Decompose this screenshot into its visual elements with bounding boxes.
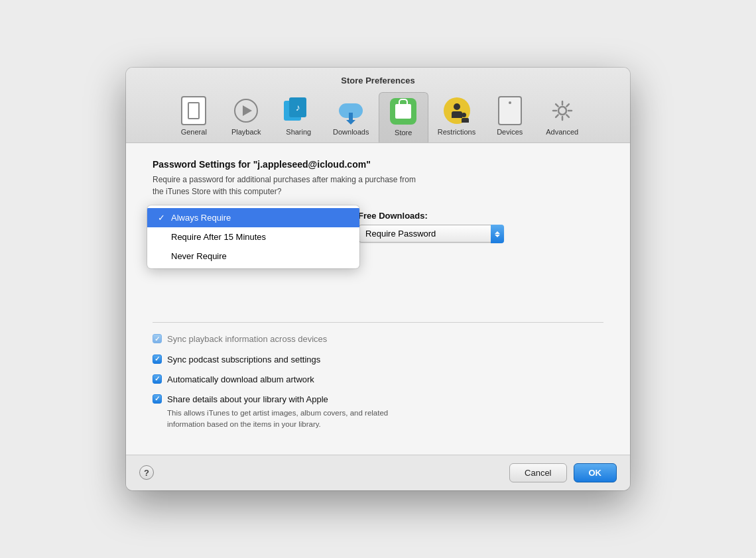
arrow-up-icon	[495, 231, 500, 234]
toolbar: General Playback Sharing	[137, 92, 619, 142]
form-row: Purchases: ✓ Always Require Require Afte…	[153, 211, 603, 243]
svg-line-5	[556, 104, 558, 107]
restrictions-circle	[444, 97, 470, 124]
checkbox-text: Automatically download album artwork	[167, 374, 314, 386]
store-icon	[389, 97, 418, 126]
toolbar-label-sharing: Sharing	[286, 128, 311, 136]
note-card-front	[289, 97, 306, 117]
purchases-group: Purchases: ✓ Always Require Require Afte…	[153, 211, 199, 225]
restrictions-icon	[442, 96, 472, 125]
toolbar-label-playback: Playback	[231, 128, 261, 136]
checkbox-row-sync-podcast: Sync podcast subscriptions and settings	[153, 354, 603, 366]
checkbox-auto-artwork[interactable]	[153, 374, 162, 384]
device-rectangle	[498, 96, 522, 125]
cancel-button[interactable]: Cancel	[509, 463, 566, 482]
playback-icon	[231, 96, 261, 125]
checkbox-label-share-library: Share details about your library with Ap…	[167, 394, 388, 431]
toolbar-item-restrictions[interactable]: Restrictions	[431, 92, 482, 142]
free-downloads-label: Free Downloads:	[358, 211, 504, 221]
advanced-icon	[548, 96, 577, 125]
stepper-arrows[interactable]	[491, 225, 504, 243]
toolbar-item-downloads[interactable]: Downloads	[326, 92, 376, 142]
menu-item-15-minutes[interactable]: Require After 15 Minutes	[147, 227, 359, 247]
toolbar-item-devices[interactable]: Devices	[485, 92, 535, 142]
preferences-window: Store Preferences General Playback	[126, 68, 630, 490]
purchases-dropdown-menu[interactable]: ✓ Always Require Require After 15 Minute…	[147, 205, 359, 268]
toolbar-label-downloads: Downloads	[333, 128, 369, 136]
svg-point-0	[558, 107, 566, 115]
checkbox-text: Share details about your library with Ap…	[167, 394, 388, 406]
child-body	[462, 118, 469, 123]
child-figure	[462, 113, 469, 123]
bag-body	[395, 104, 411, 119]
toolbar-item-general[interactable]: General	[169, 92, 219, 142]
checkbox-label-sync-playback: Sync playback information across devices	[167, 333, 327, 345]
parent-head	[454, 103, 460, 110]
footer: ? Cancel OK	[126, 455, 630, 490]
checkbox-wrap	[153, 355, 162, 364]
checkbox-wrap	[153, 334, 162, 343]
device-shape	[181, 96, 206, 125]
sharing-cards	[284, 97, 313, 124]
checkbox-share-library[interactable]	[153, 394, 162, 404]
toolbar-item-sharing[interactable]: Sharing	[274, 92, 324, 142]
checkmark-icon: ✓	[157, 213, 166, 223]
free-downloads-selected[interactable]: Require Password	[358, 225, 504, 243]
downloads-icon	[336, 96, 365, 125]
gear-svg	[550, 99, 574, 123]
ok-button[interactable]: OK	[574, 463, 617, 482]
toolbar-label-restrictions: Restrictions	[438, 128, 475, 136]
toolbar-label-advanced: Advanced	[546, 128, 578, 136]
selected-value: Require Password	[365, 229, 436, 239]
section-desc: Require a password for additional purcha…	[153, 174, 603, 197]
checkbox-wrap	[153, 374, 162, 384]
checkbox-label-sync-podcast: Sync podcast subscriptions and settings	[167, 354, 320, 366]
checkbox-sync-podcast[interactable]	[153, 355, 162, 364]
svg-line-8	[556, 115, 558, 118]
cloud-arrow	[349, 113, 353, 121]
cloud-shape	[339, 103, 363, 118]
main-content: Password Settings for "j.appleseed@iclou…	[126, 143, 630, 454]
checkbox-text: Sync podcast subscriptions and settings	[167, 354, 320, 366]
checkbox-wrap	[153, 394, 162, 404]
help-button[interactable]: ?	[139, 465, 154, 480]
checkbox-label-auto-artwork: Automatically download album artwork	[167, 374, 314, 386]
checkbox-text: Sync playback information across devices	[167, 333, 327, 345]
footer-buttons: Cancel OK	[509, 463, 617, 482]
free-downloads-dropdown[interactable]: Require Password	[358, 225, 504, 243]
toolbar-item-store[interactable]: Store	[379, 92, 428, 142]
checkbox-row-sync-playback: Sync playback information across devices	[153, 333, 603, 345]
menu-item-never-require[interactable]: Never Require	[147, 247, 359, 266]
gear-wrap	[549, 97, 576, 124]
play-circle	[234, 99, 258, 123]
divider	[153, 322, 603, 323]
checkbox-row-auto-artwork: Automatically download album artwork	[153, 374, 603, 386]
toolbar-item-playback[interactable]: Playback	[221, 92, 271, 142]
menu-item-label: Never Require	[171, 251, 227, 261]
toolbar-label-devices: Devices	[497, 128, 523, 136]
general-icon	[179, 96, 208, 125]
child-head	[462, 113, 466, 117]
section-title: Password Settings for "j.appleseed@iclou…	[153, 159, 603, 170]
toolbar-label-general: General	[181, 128, 207, 136]
checkbox-sync-playback[interactable]	[153, 334, 162, 343]
parent-child-figure	[452, 103, 462, 118]
svg-line-7	[566, 104, 569, 107]
toolbar-label-store: Store	[395, 129, 412, 137]
toolbar-item-advanced[interactable]: Advanced	[537, 92, 587, 142]
checkbox-row-share-library: Share details about your library with Ap…	[153, 394, 603, 431]
menu-item-label: Always Require	[171, 213, 231, 223]
checkbox-subtext: This allows iTunes to get artist images,…	[167, 408, 388, 431]
cloud-download	[336, 97, 365, 124]
free-downloads-group: Free Downloads: Require Password	[358, 211, 504, 243]
devices-icon	[495, 96, 525, 125]
titlebar: Store Preferences General Playback	[126, 68, 630, 143]
sharing-icon	[284, 96, 313, 125]
menu-item-always-require[interactable]: ✓ Always Require	[147, 208, 359, 227]
arrow-down-icon	[495, 235, 500, 237]
svg-line-6	[566, 115, 569, 118]
window-title: Store Preferences	[341, 76, 414, 85]
parent-body	[452, 111, 462, 118]
menu-item-label: Require After 15 Minutes	[171, 232, 266, 242]
store-bag	[390, 98, 416, 125]
